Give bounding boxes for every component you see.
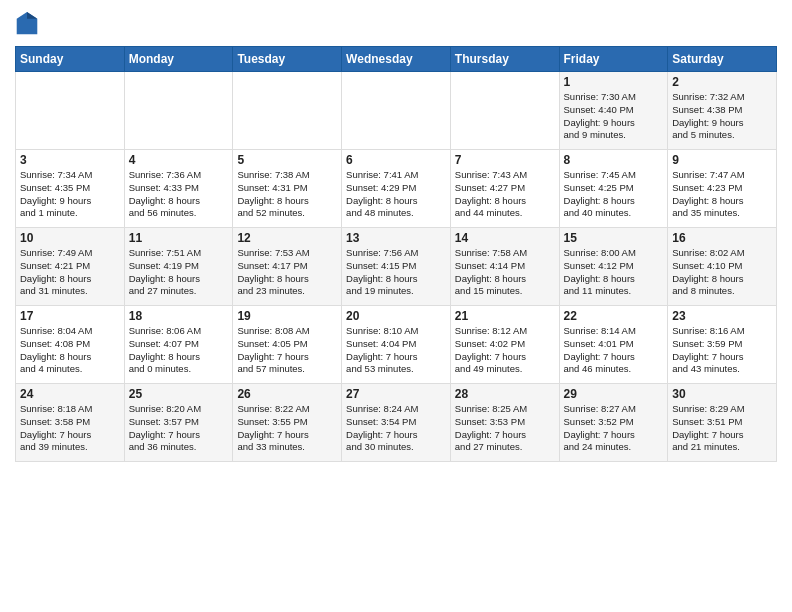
day-number: 12 xyxy=(237,231,337,245)
day-info-line: Sunrise: 8:27 AM xyxy=(564,403,664,416)
day-info-line: and 27 minutes. xyxy=(455,441,555,454)
calendar-cell xyxy=(16,72,125,150)
day-info-line: and 19 minutes. xyxy=(346,285,446,298)
day-info-line: Sunset: 4:05 PM xyxy=(237,338,337,351)
day-number: 7 xyxy=(455,153,555,167)
header-row: SundayMondayTuesdayWednesdayThursdayFrid… xyxy=(16,47,777,72)
day-info-line: Sunrise: 8:18 AM xyxy=(20,403,120,416)
day-info-line: Sunset: 4:29 PM xyxy=(346,182,446,195)
calendar-cell: 17Sunrise: 8:04 AMSunset: 4:08 PMDayligh… xyxy=(16,306,125,384)
calendar-cell: 23Sunrise: 8:16 AMSunset: 3:59 PMDayligh… xyxy=(668,306,777,384)
day-info-line: Daylight: 7 hours xyxy=(20,429,120,442)
calendar-week: 24Sunrise: 8:18 AMSunset: 3:58 PMDayligh… xyxy=(16,384,777,462)
day-info-line: and 23 minutes. xyxy=(237,285,337,298)
day-info-line: and 5 minutes. xyxy=(672,129,772,142)
day-number: 6 xyxy=(346,153,446,167)
day-info-line: Daylight: 7 hours xyxy=(237,429,337,442)
day-info-line: Sunrise: 7:36 AM xyxy=(129,169,229,182)
day-info-line: and 0 minutes. xyxy=(129,363,229,376)
day-info-line: Daylight: 7 hours xyxy=(346,351,446,364)
day-info-line: Daylight: 8 hours xyxy=(346,195,446,208)
calendar-week: 17Sunrise: 8:04 AMSunset: 4:08 PMDayligh… xyxy=(16,306,777,384)
day-number: 4 xyxy=(129,153,229,167)
day-info-line: Daylight: 9 hours xyxy=(20,195,120,208)
day-number: 27 xyxy=(346,387,446,401)
day-number: 26 xyxy=(237,387,337,401)
day-info-line: and 8 minutes. xyxy=(672,285,772,298)
day-info-line: Sunset: 3:59 PM xyxy=(672,338,772,351)
day-number: 23 xyxy=(672,309,772,323)
day-info-line: Sunset: 4:38 PM xyxy=(672,104,772,117)
calendar-cell: 20Sunrise: 8:10 AMSunset: 4:04 PMDayligh… xyxy=(342,306,451,384)
calendar-cell: 5Sunrise: 7:38 AMSunset: 4:31 PMDaylight… xyxy=(233,150,342,228)
day-info-line: and 39 minutes. xyxy=(20,441,120,454)
day-info-line: Sunset: 4:02 PM xyxy=(455,338,555,351)
day-number: 14 xyxy=(455,231,555,245)
day-info-line: and 57 minutes. xyxy=(237,363,337,376)
calendar-cell: 22Sunrise: 8:14 AMSunset: 4:01 PMDayligh… xyxy=(559,306,668,384)
day-header: Thursday xyxy=(450,47,559,72)
day-info-line: Sunset: 4:25 PM xyxy=(564,182,664,195)
day-info-line: Daylight: 8 hours xyxy=(129,195,229,208)
day-info-line: Daylight: 7 hours xyxy=(129,429,229,442)
main-container: SundayMondayTuesdayWednesdayThursdayFrid… xyxy=(0,0,792,472)
day-info-line: Sunrise: 7:41 AM xyxy=(346,169,446,182)
calendar-cell: 6Sunrise: 7:41 AMSunset: 4:29 PMDaylight… xyxy=(342,150,451,228)
day-number: 1 xyxy=(564,75,664,89)
calendar-cell: 10Sunrise: 7:49 AMSunset: 4:21 PMDayligh… xyxy=(16,228,125,306)
calendar-cell: 30Sunrise: 8:29 AMSunset: 3:51 PMDayligh… xyxy=(668,384,777,462)
calendar-cell: 25Sunrise: 8:20 AMSunset: 3:57 PMDayligh… xyxy=(124,384,233,462)
day-info-line: Daylight: 7 hours xyxy=(455,351,555,364)
day-number: 9 xyxy=(672,153,772,167)
day-info-line: and 15 minutes. xyxy=(455,285,555,298)
calendar-cell: 13Sunrise: 7:56 AMSunset: 4:15 PMDayligh… xyxy=(342,228,451,306)
day-info-line: and 49 minutes. xyxy=(455,363,555,376)
day-info-line: Daylight: 7 hours xyxy=(672,351,772,364)
day-info-line: Daylight: 8 hours xyxy=(564,195,664,208)
day-number: 13 xyxy=(346,231,446,245)
day-number: 17 xyxy=(20,309,120,323)
day-info-line: and 36 minutes. xyxy=(129,441,229,454)
day-info-line: Sunrise: 7:47 AM xyxy=(672,169,772,182)
day-info-line: Sunset: 4:08 PM xyxy=(20,338,120,351)
calendar-cell: 9Sunrise: 7:47 AMSunset: 4:23 PMDaylight… xyxy=(668,150,777,228)
day-info-line: Sunrise: 8:25 AM xyxy=(455,403,555,416)
day-info-line: Daylight: 7 hours xyxy=(564,429,664,442)
day-info-line: Sunset: 4:10 PM xyxy=(672,260,772,273)
day-info-line: Sunrise: 8:22 AM xyxy=(237,403,337,416)
calendar-cell: 21Sunrise: 8:12 AMSunset: 4:02 PMDayligh… xyxy=(450,306,559,384)
calendar-cell xyxy=(233,72,342,150)
day-info-line: and 24 minutes. xyxy=(564,441,664,454)
day-number: 11 xyxy=(129,231,229,245)
day-number: 18 xyxy=(129,309,229,323)
day-header: Saturday xyxy=(668,47,777,72)
calendar-cell: 14Sunrise: 7:58 AMSunset: 4:14 PMDayligh… xyxy=(450,228,559,306)
day-number: 19 xyxy=(237,309,337,323)
day-info-line: Sunrise: 7:30 AM xyxy=(564,91,664,104)
day-info-line: and 27 minutes. xyxy=(129,285,229,298)
day-info-line: Sunrise: 8:06 AM xyxy=(129,325,229,338)
day-info-line: Daylight: 8 hours xyxy=(237,273,337,286)
calendar-cell: 12Sunrise: 7:53 AMSunset: 4:17 PMDayligh… xyxy=(233,228,342,306)
calendar-body: 1Sunrise: 7:30 AMSunset: 4:40 PMDaylight… xyxy=(16,72,777,462)
day-info-line: Sunset: 3:52 PM xyxy=(564,416,664,429)
day-info-line: Sunrise: 7:53 AM xyxy=(237,247,337,260)
day-info-line: Sunset: 3:53 PM xyxy=(455,416,555,429)
day-info-line: and 46 minutes. xyxy=(564,363,664,376)
day-number: 10 xyxy=(20,231,120,245)
day-info-line: Sunrise: 8:04 AM xyxy=(20,325,120,338)
day-number: 2 xyxy=(672,75,772,89)
calendar-week: 1Sunrise: 7:30 AMSunset: 4:40 PMDaylight… xyxy=(16,72,777,150)
day-info-line: Sunset: 4:31 PM xyxy=(237,182,337,195)
day-info-line: Sunset: 4:19 PM xyxy=(129,260,229,273)
day-info-line: Daylight: 8 hours xyxy=(129,351,229,364)
day-info-line: Sunrise: 8:10 AM xyxy=(346,325,446,338)
day-info-line: and 30 minutes. xyxy=(346,441,446,454)
calendar-cell: 26Sunrise: 8:22 AMSunset: 3:55 PMDayligh… xyxy=(233,384,342,462)
day-info-line: and 44 minutes. xyxy=(455,207,555,220)
day-header: Wednesday xyxy=(342,47,451,72)
day-info-line: and 40 minutes. xyxy=(564,207,664,220)
logo-icon xyxy=(15,10,39,38)
day-info-line: Sunrise: 8:20 AM xyxy=(129,403,229,416)
day-header: Tuesday xyxy=(233,47,342,72)
